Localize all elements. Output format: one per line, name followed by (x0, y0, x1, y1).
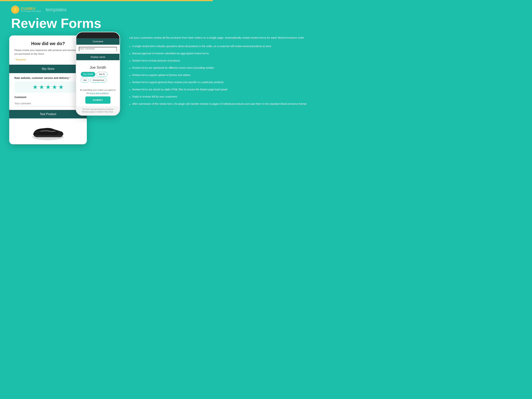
mobile-comment-header: Comment (76, 38, 120, 45)
form-title: How did we do? (14, 41, 82, 46)
bullet-icon: • (129, 44, 130, 49)
bullet-icon: • (129, 102, 130, 107)
list-item: •Review forms support upload of photos a… (129, 73, 523, 78)
logo-icon: ⭐ (11, 6, 19, 14)
form-subtitle: Please review your experience with produ… (14, 48, 82, 56)
logo-name: CUSREV (21, 7, 41, 10)
name-option-full[interactable]: Joe Smith (81, 72, 95, 77)
store-form-section: Rate website, customer service and deliv… (9, 73, 87, 110)
display-name-value: Joe Smith (79, 63, 117, 72)
mobile-comment-section (76, 45, 120, 54)
star-1[interactable]: ★ (32, 83, 38, 90)
list-item: •Manual approval of reviews submitted vi… (129, 51, 523, 56)
desktop-form-mockup: How did we do? Please review your experi… (9, 35, 87, 144)
main-content: How did we do? Please review your experi… (0, 35, 532, 152)
templates-label: templates (46, 7, 66, 13)
rate-label: Rate website, customer service and deliv… (14, 76, 82, 79)
bullet-icon: • (129, 88, 130, 92)
bullet-icon: • (129, 52, 130, 56)
name-option-first[interactable]: Joe (81, 78, 89, 82)
logo-name-part1: CUS (21, 7, 28, 11)
name-options: Joe Smith Joe S. Joe Anonymous (79, 72, 117, 84)
bullet-icon: • (129, 95, 130, 99)
product-section-header: Test Product (9, 110, 87, 118)
list-item: •After submission of the review form, th… (129, 102, 523, 107)
form-header: How did we do? Please review your experi… (9, 35, 87, 65)
star-4[interactable]: ★ (52, 83, 57, 90)
name-option-short[interactable]: Joe S. (96, 72, 108, 77)
list-item: •Review forms are stored as static HTML … (129, 88, 523, 92)
mobile-footer: This form was generated by Customer Revi… (76, 106, 120, 115)
star-5[interactable]: ★ (58, 83, 64, 90)
bullet-icon: • (129, 66, 130, 70)
store-section-header: Sky Store (9, 65, 87, 73)
product-section (9, 118, 87, 144)
mobile-display-header: Display name (76, 54, 120, 60)
bullet-icon: • (129, 81, 130, 85)
logo-area: ⭐ CUSREV CUSTOMER REVIEWS (11, 6, 41, 14)
name-option-anonymous[interactable]: Anonymous (90, 78, 107, 82)
features-list: •A single review form includes questions… (129, 44, 523, 107)
mobile-top (76, 32, 120, 38)
terms-link[interactable]: terms and conditions (90, 92, 109, 94)
description-text: Let your customers review all the produc… (129, 35, 523, 40)
list-item: •Review forms are optimized for differen… (129, 66, 523, 70)
required-label: * Required (14, 58, 82, 61)
bullet-icon: • (129, 59, 130, 63)
mobile-display-section: Joe Smith Joe Smith Joe S. Joe Anonymous (76, 60, 120, 87)
product-image (30, 120, 66, 142)
logo-name-part2: REV (28, 7, 36, 11)
star-2[interactable]: ★ (39, 83, 44, 90)
list-item: •A single review form includes questions… (129, 44, 523, 49)
mockups-wrapper: How did we do? Please review your experi… (9, 35, 120, 144)
comment-input[interactable] (14, 101, 82, 107)
comment-label: Comment (14, 96, 82, 99)
list-item: •Review forms include pictures of produc… (129, 59, 523, 63)
right-content: Let your customers review all the produc… (126, 35, 523, 107)
mobile-screen: Comment Display name Joe Smith Joe Smith… (76, 38, 120, 115)
page-title: Review Forms (11, 17, 521, 30)
logo-text: CUSREV CUSTOMER REVIEWS (21, 7, 41, 12)
list-item: •Reply to reviews left by your customers (129, 95, 523, 99)
star-3[interactable]: ★ (45, 83, 51, 90)
logo-subtitle: CUSTOMER REVIEWS (21, 10, 41, 12)
bullet-icon: • (129, 73, 130, 78)
mobile-terms: By submitting your review, you agree to … (76, 87, 120, 96)
mobile-form-mockup: Comment Display name Joe Smith Joe Smith… (76, 32, 120, 116)
submit-button[interactable]: SUBMIT (85, 96, 110, 104)
list-item: •Review forms support general shop revie… (129, 80, 523, 85)
mobile-comment-input[interactable] (79, 47, 117, 51)
mobile-notch (92, 33, 103, 37)
stars-row[interactable]: ★ ★ ★ ★ ★ (14, 81, 82, 93)
header: ⭐ CUSREV CUSTOMER REVIEWS templates (0, 1, 532, 17)
